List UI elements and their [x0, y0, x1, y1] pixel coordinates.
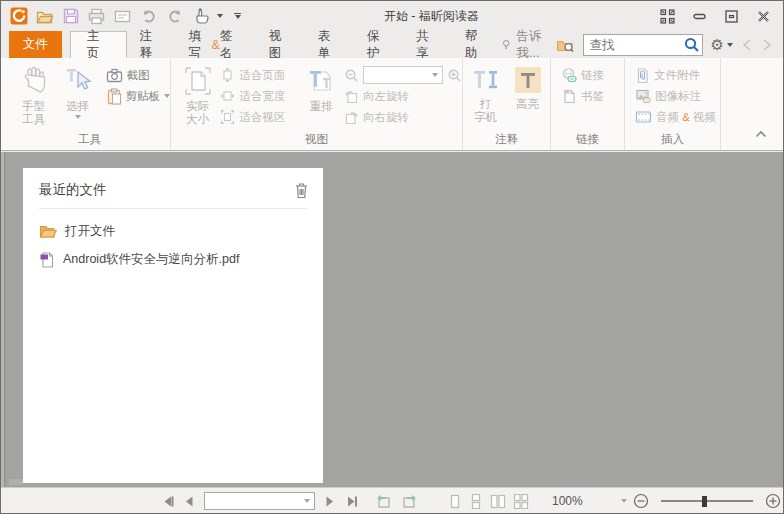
- zoom-slider-handle[interactable]: [702, 496, 707, 507]
- zoom-combo-caret[interactable]: [432, 73, 438, 77]
- ribbon-group-view: 实际 大小 适合页面 适合宽度 适合视区: [171, 58, 463, 150]
- customize-toolbar-button[interactable]: [234, 13, 241, 20]
- reflow-label: 重排: [310, 100, 333, 113]
- ribbon-group-insert: 文件附件 图像标注 音频 & 视频 插入: [625, 58, 721, 150]
- tell-me-button[interactable]: 告诉我...: [501, 28, 547, 62]
- minimize-button[interactable]: [691, 8, 707, 24]
- fit-width-label: 适合宽度: [239, 89, 285, 104]
- navigation-pane-handle[interactable]: [9, 479, 23, 485]
- typewriter-button[interactable]: 打 字机: [468, 63, 504, 124]
- clear-recent-button[interactable]: [294, 182, 309, 199]
- zoom-slider[interactable]: [661, 500, 753, 502]
- ribbon-group-links: 链接 书签 链接: [551, 58, 625, 150]
- scroll-tabs-left-button[interactable]: [741, 38, 753, 52]
- tab-view[interactable]: 视图: [256, 31, 305, 58]
- search-folder-icon[interactable]: [556, 36, 575, 54]
- print-button[interactable]: [87, 7, 106, 26]
- open-file-item[interactable]: 打开文件: [23, 217, 323, 245]
- zoom-in-icon[interactable]: [447, 68, 462, 83]
- clipboard-button[interactable]: 剪贴板: [106, 87, 171, 105]
- zoom-out-icon[interactable]: [344, 68, 359, 83]
- email-button[interactable]: [113, 7, 132, 26]
- bookmark-label: 书签: [581, 89, 604, 104]
- ribbon-group-comment: 打 字机 高亮 注释: [463, 58, 551, 150]
- next-page-button[interactable]: [324, 495, 335, 508]
- recent-file-item[interactable]: Android软件安全与逆向分析.pdf: [23, 245, 323, 273]
- rotate-right-button[interactable]: 向右旋转: [344, 108, 462, 126]
- tabrow-right-cluster: 告诉我... ⚙: [501, 31, 783, 58]
- tab-home[interactable]: 主页: [70, 31, 127, 58]
- zoom-out-button[interactable]: [633, 493, 649, 509]
- search-input[interactable]: [590, 38, 682, 52]
- first-page-button[interactable]: [161, 495, 175, 508]
- trash-icon: [294, 182, 309, 199]
- hand-tool-quick-button[interactable]: [191, 7, 210, 26]
- close-button[interactable]: [755, 8, 771, 24]
- page-number-input[interactable]: [224, 494, 304, 509]
- tab-share[interactable]: 共享: [403, 31, 452, 58]
- ribbon: 手型 工具 选择 截图 剪贴板: [1, 58, 783, 151]
- search-icon[interactable]: [682, 35, 702, 55]
- save-button[interactable]: [61, 7, 80, 26]
- open-folder-icon: [39, 223, 57, 239]
- previous-view-button[interactable]: [375, 494, 392, 509]
- zoom-level-value: 100%: [552, 494, 583, 508]
- highlight-icon: [513, 65, 543, 95]
- tab-help[interactable]: 帮助: [452, 31, 501, 58]
- rotate-left-label: 向左旋转: [363, 89, 409, 104]
- toggle-toolbars-button[interactable]: [659, 8, 675, 24]
- facing-view-button[interactable]: [490, 494, 506, 509]
- tab-fill-sign[interactable]: 填写&签名: [176, 31, 256, 58]
- globe-link-icon: [561, 67, 577, 83]
- zoom-level-caret[interactable]: [621, 499, 627, 503]
- actual-size-button[interactable]: 实际 大小: [175, 63, 220, 126]
- zoom-combo: [363, 66, 443, 84]
- next-view-button[interactable]: [401, 494, 418, 509]
- tab-file[interactable]: 文件: [9, 31, 62, 58]
- open-file-button[interactable]: [35, 7, 54, 26]
- fit-page-label: 适合页面: [239, 68, 285, 83]
- group-label-view: 视图: [171, 132, 462, 147]
- link-label: 链接: [581, 68, 604, 83]
- page-navigation-cluster: [161, 488, 418, 514]
- audio-video-button[interactable]: 音频 & 视频: [635, 108, 716, 126]
- single-page-view-button[interactable]: [448, 494, 462, 509]
- fit-visible-button[interactable]: 适合视区: [220, 108, 301, 126]
- snapshot-button[interactable]: 截图: [106, 66, 171, 84]
- undo-button[interactable]: [139, 7, 158, 26]
- rotate-left-button[interactable]: 向左旋转: [344, 87, 462, 105]
- zoom-in-button[interactable]: [765, 493, 781, 509]
- fit-page-icon: [220, 67, 235, 83]
- tab-form[interactable]: 表单: [305, 31, 354, 58]
- image-annotation-button[interactable]: 图像标注: [635, 87, 716, 105]
- highlight-label: 高亮: [516, 98, 539, 111]
- image-annotation-label: 图像标注: [655, 89, 701, 104]
- previous-page-button[interactable]: [184, 495, 195, 508]
- link-button[interactable]: 链接: [561, 66, 604, 84]
- settings-button[interactable]: ⚙: [711, 37, 733, 52]
- highlight-button[interactable]: 高亮: [510, 63, 546, 111]
- redo-button[interactable]: [165, 7, 184, 26]
- maximize-button[interactable]: [723, 8, 739, 24]
- quick-access-toolbar: [9, 7, 241, 26]
- tab-comment[interactable]: 注释: [127, 31, 176, 58]
- page-number-caret[interactable]: [304, 499, 310, 503]
- select-tool-button[interactable]: 选择: [58, 63, 97, 119]
- fit-page-button[interactable]: 适合页面: [220, 66, 301, 84]
- collapse-ribbon-button[interactable]: [755, 124, 767, 142]
- continuous-facing-view-button[interactable]: [513, 494, 529, 509]
- select-cursor-icon: [64, 65, 92, 97]
- continuous-view-button[interactable]: [469, 494, 483, 509]
- hand-tool-dropdown-caret[interactable]: [217, 14, 223, 18]
- hand-tool-button[interactable]: 手型 工具: [9, 63, 58, 126]
- reflow-button[interactable]: 重排: [301, 63, 342, 113]
- zoom-combo-input[interactable]: [372, 68, 432, 83]
- group-label-tools: 工具: [9, 132, 170, 147]
- last-page-button[interactable]: [344, 495, 358, 508]
- tab-protect[interactable]: 保护: [354, 31, 403, 58]
- search-box: [583, 34, 703, 56]
- file-attachment-button[interactable]: 文件附件: [635, 66, 716, 84]
- bookmark-button[interactable]: 书签: [561, 87, 604, 105]
- scroll-tabs-right-button[interactable]: [761, 38, 773, 52]
- fit-width-button[interactable]: 适合宽度: [220, 87, 301, 105]
